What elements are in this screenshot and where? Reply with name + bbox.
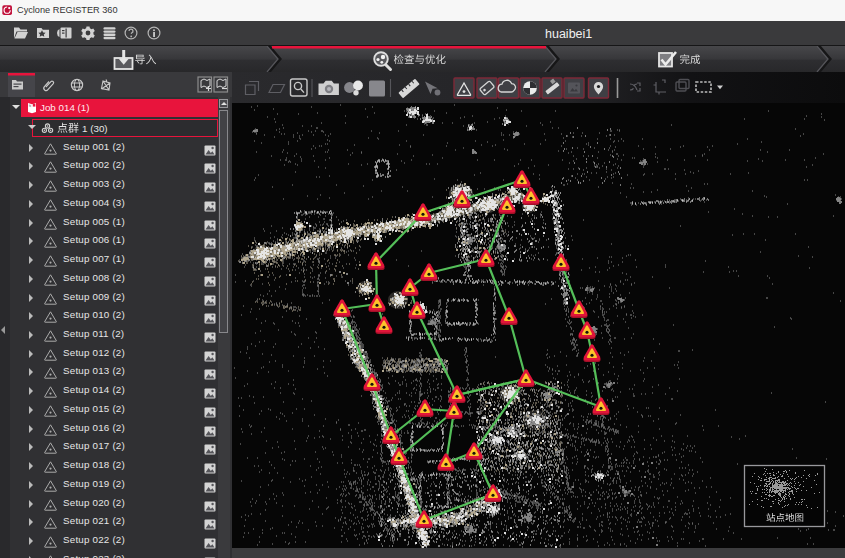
svg-text:1 (30): 1 (30) [82, 123, 108, 134]
